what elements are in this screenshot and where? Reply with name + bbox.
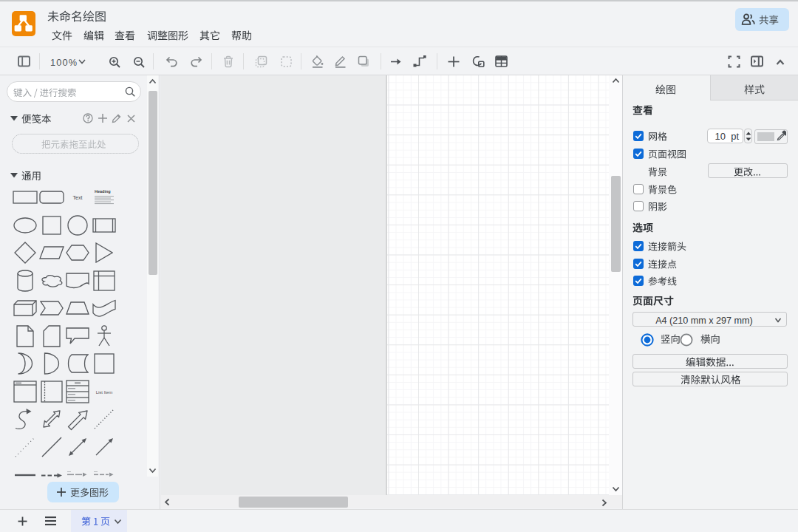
svg-text:Heading: Heading xyxy=(95,189,111,194)
svg-text:Text: Text xyxy=(73,195,83,200)
svg-text:List Item: List Item xyxy=(96,390,113,395)
